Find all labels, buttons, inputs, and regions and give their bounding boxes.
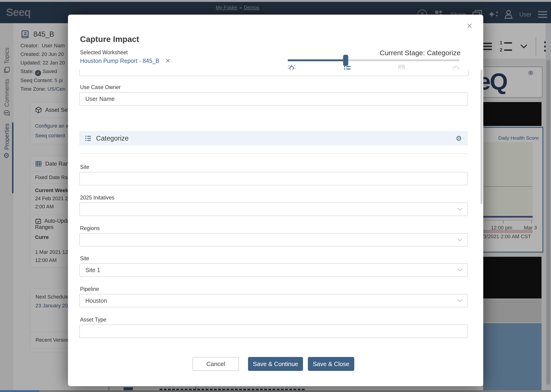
- site-label: Site: [80, 164, 89, 170]
- cancel-button[interactable]: Cancel: [192, 357, 239, 371]
- current-stage-label: Current Stage: Categorize: [380, 49, 460, 57]
- section-list-icon: [85, 134, 92, 142]
- asset-type-input[interactable]: [79, 324, 468, 338]
- use-case-owner-label: Use Case Owner: [80, 84, 121, 91]
- section-divider: [79, 153, 468, 154]
- site2-label: Site: [80, 255, 89, 262]
- site-input[interactable]: [79, 172, 468, 185]
- section-title: Categorize: [96, 134, 128, 142]
- save-continue-button[interactable]: Save & Continue: [248, 357, 303, 371]
- chevron-down-icon: [457, 238, 463, 242]
- chevron-down-icon: [457, 207, 463, 211]
- worksheet-link[interactable]: Houston Pump Report - 845_B: [80, 57, 159, 64]
- site2-select[interactable]: Site 1: [79, 263, 468, 277]
- modal-title: Capture Impact: [80, 35, 139, 44]
- stage-slider[interactable]: [288, 59, 459, 61]
- regions-select[interactable]: [79, 233, 468, 246]
- screen: Seeq My Folder»Demos $ Share ✦✦✦ User To…: [0, 0, 551, 392]
- chevron-down-icon: [457, 268, 463, 272]
- use-case-owner-input[interactable]: User Name: [79, 92, 468, 105]
- capture-impact-modal: Capture Impact × Selected Worksheet Hous…: [68, 15, 483, 386]
- asset-type-label: Asset Type: [80, 317, 106, 323]
- chevron-down-icon: [457, 299, 463, 303]
- initiatives-select[interactable]: [79, 203, 468, 216]
- modal-scrollbar-thumb[interactable]: [480, 70, 483, 204]
- pipeline-label: Pipeline: [80, 286, 99, 292]
- scrolled-input-fragment[interactable]: [79, 70, 469, 76]
- close-icon[interactable]: ×: [466, 21, 473, 30]
- section-gear-icon[interactable]: ⚙: [456, 134, 462, 142]
- stage-progress-fill: [288, 59, 346, 61]
- pipeline-select[interactable]: Houston: [79, 294, 468, 307]
- regions-label: Regions: [80, 225, 99, 231]
- categorize-section-header: Categorize ⚙: [79, 131, 468, 146]
- save-close-button[interactable]: Save & Close: [308, 357, 354, 371]
- selected-worksheet-row: Houston Pump Report - 845_B ✕: [80, 57, 170, 64]
- remove-worksheet-icon[interactable]: ✕: [165, 57, 170, 64]
- selected-worksheet-label: Selected Worksheet: [80, 49, 127, 56]
- initiatives-label: 2025 Initatives: [80, 195, 114, 201]
